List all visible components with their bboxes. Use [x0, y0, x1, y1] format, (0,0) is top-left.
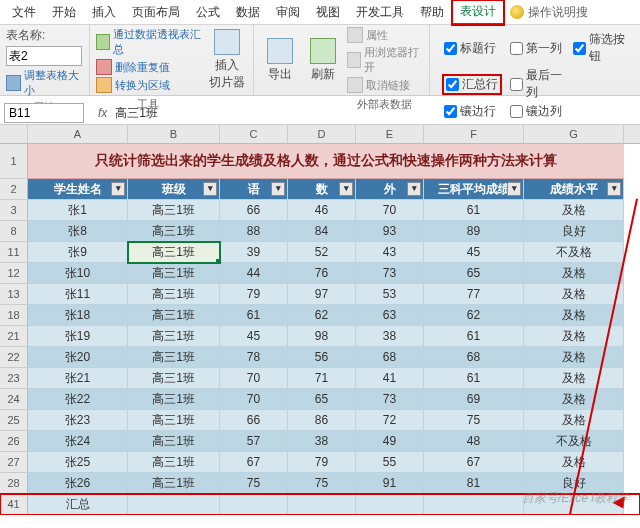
- cell[interactable]: 78: [220, 347, 288, 368]
- cell[interactable]: 高三1班: [128, 368, 220, 389]
- cell[interactable]: 84: [288, 221, 356, 242]
- cell[interactable]: 张19: [28, 326, 128, 347]
- cell[interactable]: 61: [424, 326, 524, 347]
- row-header[interactable]: 25: [0, 410, 28, 431]
- table-name-input[interactable]: [6, 46, 82, 66]
- cell[interactable]: 67: [424, 452, 524, 473]
- chk-total-row-box[interactable]: [446, 78, 459, 91]
- cell[interactable]: 张8: [28, 221, 128, 242]
- cell[interactable]: 79: [220, 284, 288, 305]
- cell[interactable]: 38: [288, 431, 356, 452]
- cell[interactable]: 张25: [28, 452, 128, 473]
- cell[interactable]: 及格: [524, 347, 624, 368]
- tab-insert[interactable]: 插入: [84, 1, 124, 24]
- cell[interactable]: 61: [424, 368, 524, 389]
- cell[interactable]: 65: [424, 263, 524, 284]
- th-level[interactable]: 成绩水平▾: [524, 179, 624, 200]
- sheet-title[interactable]: 只统计筛选出来的学生成绩及格人数，通过公式和快速操作两种方法来计算: [28, 144, 624, 179]
- cell[interactable]: 57: [220, 431, 288, 452]
- cell[interactable]: 高三1班: [128, 200, 220, 221]
- cell[interactable]: 88: [220, 221, 288, 242]
- cell[interactable]: 49: [356, 431, 424, 452]
- cell[interactable]: 66: [220, 410, 288, 431]
- cell[interactable]: 高三1班: [128, 473, 220, 494]
- cell[interactable]: 高三1班: [128, 305, 220, 326]
- row-header[interactable]: 12: [0, 263, 28, 284]
- cell[interactable]: 62: [424, 305, 524, 326]
- cell[interactable]: 75: [424, 410, 524, 431]
- row-header[interactable]: 28: [0, 473, 28, 494]
- cell[interactable]: 61: [220, 305, 288, 326]
- cell[interactable]: 68: [356, 347, 424, 368]
- cell[interactable]: 48: [424, 431, 524, 452]
- cell[interactable]: 56: [288, 347, 356, 368]
- tab-formula[interactable]: 公式: [188, 1, 228, 24]
- cell[interactable]: 41: [356, 368, 424, 389]
- cell[interactable]: 39: [220, 242, 288, 263]
- name-box[interactable]: [4, 103, 84, 123]
- col-B[interactable]: B: [128, 125, 220, 143]
- cell[interactable]: 高三1班: [128, 410, 220, 431]
- cell[interactable]: 高三1班: [128, 347, 220, 368]
- cell[interactable]: 66: [220, 200, 288, 221]
- dedup-button[interactable]: 删除重复值: [96, 59, 202, 75]
- row-header[interactable]: 2: [0, 179, 28, 200]
- filter-icon[interactable]: ▾: [507, 182, 521, 196]
- cell[interactable]: [288, 494, 356, 515]
- row-header[interactable]: 21: [0, 326, 28, 347]
- row-header[interactable]: 8: [0, 221, 28, 242]
- row-header[interactable]: 18: [0, 305, 28, 326]
- resize-table-button[interactable]: 调整表格大小: [6, 68, 83, 98]
- cell[interactable]: 及格: [524, 410, 624, 431]
- chk-last-col[interactable]: 最后一列: [510, 67, 563, 101]
- chk-header-row-box[interactable]: [444, 42, 457, 55]
- export-button[interactable]: 导出: [260, 27, 299, 93]
- filter-icon[interactable]: ▾: [407, 182, 421, 196]
- cell[interactable]: 98: [288, 326, 356, 347]
- cell[interactable]: [356, 494, 424, 515]
- cell[interactable]: 62: [288, 305, 356, 326]
- tab-home[interactable]: 开始: [44, 1, 84, 24]
- cell[interactable]: 70: [220, 389, 288, 410]
- filter-icon[interactable]: ▾: [607, 182, 621, 196]
- chk-first-col[interactable]: 第一列: [510, 40, 563, 57]
- row-header[interactable]: 22: [0, 347, 28, 368]
- tab-view[interactable]: 视图: [308, 1, 348, 24]
- cell[interactable]: 43: [356, 242, 424, 263]
- cell[interactable]: 及格: [524, 389, 624, 410]
- row-header[interactable]: 41: [0, 494, 28, 515]
- tab-help[interactable]: 帮助: [412, 1, 452, 24]
- cell[interactable]: [128, 494, 220, 515]
- row-header[interactable]: 23: [0, 368, 28, 389]
- cell[interactable]: 61: [424, 200, 524, 221]
- cell[interactable]: 及格: [524, 452, 624, 473]
- cell[interactable]: 高三1班: [128, 221, 220, 242]
- cell[interactable]: 张1: [28, 200, 128, 221]
- cell[interactable]: 53: [356, 284, 424, 305]
- cell[interactable]: 70: [220, 368, 288, 389]
- cell[interactable]: 及格: [524, 284, 624, 305]
- slicer-button[interactable]: 插入 切片器: [207, 27, 246, 93]
- cell[interactable]: 63: [356, 305, 424, 326]
- cell[interactable]: 81: [424, 473, 524, 494]
- row-header[interactable]: 11: [0, 242, 28, 263]
- pivot-button[interactable]: 通过数据透视表汇总: [96, 27, 202, 57]
- cell[interactable]: 44: [220, 263, 288, 284]
- cell[interactable]: 张11: [28, 284, 128, 305]
- row-header[interactable]: 3: [0, 200, 28, 221]
- cell[interactable]: 张18: [28, 305, 128, 326]
- tab-review[interactable]: 审阅: [268, 1, 308, 24]
- chk-total-row[interactable]: 汇总行: [444, 76, 500, 93]
- cell[interactable]: 高三1班: [128, 431, 220, 452]
- refresh-button[interactable]: 刷新: [303, 27, 342, 93]
- cell[interactable]: 46: [288, 200, 356, 221]
- col-D[interactable]: D: [288, 125, 356, 143]
- cell[interactable]: 高三1班: [128, 389, 220, 410]
- chk-last-col-box[interactable]: [510, 78, 523, 91]
- th-class[interactable]: 班级▾: [128, 179, 220, 200]
- cell[interactable]: 张10: [28, 263, 128, 284]
- cell[interactable]: 86: [288, 410, 356, 431]
- cell[interactable]: 汇总: [28, 494, 128, 515]
- range-button[interactable]: 转换为区域: [96, 77, 202, 93]
- cell[interactable]: 65: [288, 389, 356, 410]
